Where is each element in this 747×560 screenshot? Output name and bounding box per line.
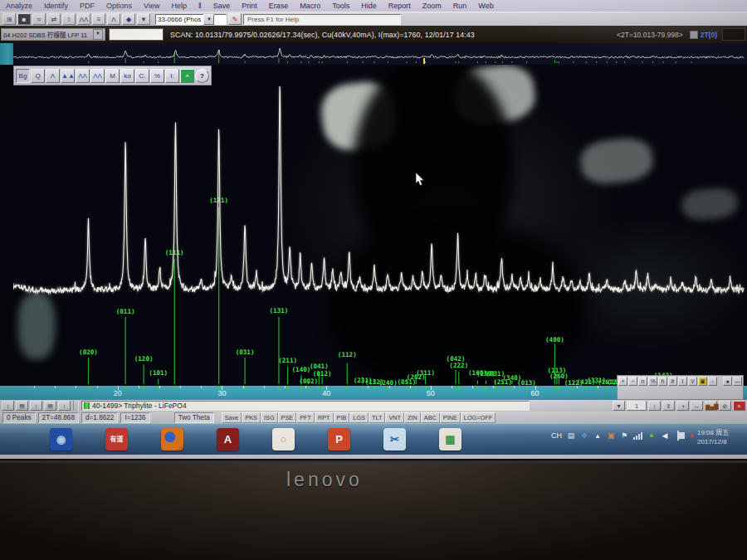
status-tool-button[interactable]: ↔ <box>691 401 703 411</box>
mini-toolbar-button[interactable]: % <box>648 377 657 386</box>
security-shield-icon[interactable]: ◉ <box>50 428 72 450</box>
status-toggle-lgs[interactable]: LGS <box>349 412 369 423</box>
toolbar-button[interactable]: Λ <box>107 13 120 25</box>
status-toggle-pft[interactable]: PFT <box>296 412 315 423</box>
menu-item-options[interactable]: Options <box>100 2 138 10</box>
network-signal-icon[interactable] <box>633 432 642 440</box>
menu-item-pdf[interactable]: PDF <box>74 2 100 10</box>
scroll-button[interactable]: ↕ <box>58 401 71 411</box>
status-toggle-logoff[interactable]: LOG=OFF <box>461 412 496 423</box>
menu-item-macro[interactable]: Macro <box>294 2 326 10</box>
scroll-button[interactable]: ▤ <box>44 401 56 411</box>
toolbar-button[interactable]: ΛΛ <box>77 13 90 25</box>
analysis-tool-button[interactable]: ▲▲ <box>61 69 75 83</box>
status-tool-button[interactable]: ⊘ <box>719 401 731 411</box>
flag-tray-icon[interactable]: ⚑ <box>620 431 628 440</box>
status-toggle-save[interactable]: Save <box>222 412 242 423</box>
toolbar-button[interactable]: ■ <box>17 13 31 25</box>
status-tool-button[interactable]: ⇕ <box>662 401 675 411</box>
splitter-grip[interactable] <box>73 401 79 411</box>
matched-phase-field[interactable]: 40-1499> Triphylite - LiFePO4 <box>81 401 530 411</box>
toolbar-button[interactable]: ↕ <box>62 13 76 25</box>
diffractogram-plot-area[interactable]: (020)(011)(120)(101)(111)(121)(031)(131)… <box>0 65 747 386</box>
analysis-tool-button[interactable]: Bg <box>16 69 30 83</box>
mini-toolbar-button[interactable]: h <box>658 377 667 386</box>
status-toggle-vnt[interactable]: VNT <box>385 412 404 423</box>
mini-toolbar-button[interactable]: − <box>628 377 637 386</box>
menu-item-view[interactable]: View <box>138 2 165 10</box>
status-toggle-zin[interactable]: ZIN <box>404 412 421 423</box>
toolbar-button[interactable]: ▼ <box>137 13 150 25</box>
analysis-tool-button[interactable]: ? <box>195 69 209 83</box>
youdao-dict-icon[interactable]: 有道 <box>105 428 128 450</box>
status-tool-button[interactable]: ◑ <box>676 401 689 411</box>
status-tool-button[interactable]: ▆▄▇ <box>705 401 717 411</box>
menu-item-analyze[interactable]: Analyze <box>0 2 38 10</box>
firefox-icon[interactable] <box>161 428 183 450</box>
analysis-tool-button[interactable]: ΛΛ <box>76 69 90 83</box>
ime-keyboard-icon[interactable]: ▤ <box>567 431 575 440</box>
analysis-tool-button[interactable]: ΛΛ <box>90 69 105 83</box>
toolbar-button[interactable]: ⊞ <box>2 13 16 25</box>
toolbar-button[interactable]: ⇄ <box>47 13 61 25</box>
menu-item-help[interactable]: Help <box>165 2 193 10</box>
mini-toolbar-button[interactable]: ● <box>723 377 732 386</box>
mini-toolbar-button[interactable]: V <box>688 377 697 386</box>
menu-item-zoom[interactable]: Zoom <box>417 2 447 10</box>
menu-item-hide[interactable]: Hide <box>355 2 383 10</box>
toolbar-button[interactable]: ≈ <box>32 13 46 25</box>
pdf-card-combobox[interactable]: 33-0666 (Phos ▼ <box>155 14 227 25</box>
snipping-tool-icon[interactable]: ✂ <box>383 428 406 450</box>
powerpoint-icon[interactable]: P <box>328 428 350 450</box>
mini-toolbar-button[interactable]: + <box>618 377 627 386</box>
status-tool-button[interactable]: ▼ <box>613 401 625 411</box>
orange-tray-icon[interactable]: ▣ <box>607 431 615 440</box>
mini-toolbar-button[interactable]: n <box>638 377 647 386</box>
red-tray-icon[interactable]: ● <box>687 431 696 440</box>
analysis-tool-button[interactable]: M <box>105 69 120 83</box>
status-toggle-pib[interactable]: PIB <box>334 412 350 423</box>
menu-item-print[interactable]: Print <box>236 2 263 10</box>
analysis-tool-button[interactable]: Λ <box>46 69 60 83</box>
mini-toolbar-button[interactable]: ◦ <box>708 377 717 386</box>
status-tool-button[interactable]: ↕ <box>648 401 661 411</box>
volume-icon[interactable]: ◀ <box>661 431 669 440</box>
acrobat-reader-icon[interactable]: A <box>217 428 239 450</box>
analysis-tool-button[interactable]: Q <box>31 69 45 83</box>
scroll-button[interactable]: ↕ <box>2 401 14 411</box>
green-tray-icon[interactable]: ● <box>647 431 656 440</box>
status-toggle-tlt[interactable]: TLT <box>369 412 385 423</box>
search-tool-icon[interactable]: ○ <box>272 428 295 450</box>
sample-combobox[interactable]: 04 H202 SDBS 柠檬酸 LFP 11 ▼ <box>1 28 105 41</box>
toolbar-button[interactable]: ◆ <box>122 13 135 25</box>
menu-item-run[interactable]: Run <box>447 2 473 10</box>
analysis-tool-button[interactable]: C. <box>135 69 149 83</box>
mini-toolbar-button[interactable]: — <box>733 377 742 386</box>
menu-item-save[interactable]: Save <box>208 2 237 10</box>
two-theta-mode-chip[interactable]: 2T(0) <box>690 31 717 39</box>
menu-item-identify[interactable]: Identify <box>38 2 74 10</box>
chevron-down-icon[interactable]: ▼ <box>93 29 103 40</box>
status-tool-button[interactable]: 1 <box>627 401 647 411</box>
mini-toolbar-button[interactable]: ▣ <box>698 377 707 386</box>
mini-toolbar-button[interactable]: # <box>668 377 677 386</box>
status-tool-button[interactable]: × <box>733 401 745 411</box>
edit-pencil-button[interactable]: ✎ <box>228 13 242 25</box>
status-toggle-pine[interactable]: PINE <box>440 412 461 423</box>
analysis-tool-button[interactable]: I: <box>165 69 179 83</box>
status-toggle-pks[interactable]: PKS <box>242 412 261 423</box>
menu-item-erase[interactable]: Erase <box>263 2 295 10</box>
mini-toolbar-button[interactable]: I <box>678 377 687 386</box>
battery-icon[interactable] <box>674 431 682 440</box>
blue-app-tray-icon[interactable]: ❖ <box>580 431 588 440</box>
show-hidden-icons[interactable]: ▴ <box>593 431 602 440</box>
scan-input-box[interactable] <box>109 28 164 41</box>
jade-app-icon[interactable]: ▦ <box>439 428 461 450</box>
chevron-down-icon[interactable]: ▼ <box>203 14 214 25</box>
toolbar-button[interactable]: ≡ <box>92 13 105 25</box>
menu-item-tools[interactable]: Tools <box>326 2 355 10</box>
analysis-tool-button[interactable]: kα <box>120 69 134 83</box>
menu-item-report[interactable]: Report <box>383 2 417 10</box>
menu-item-web[interactable]: Web <box>472 2 499 10</box>
scroll-button[interactable]: ▤ <box>16 401 28 411</box>
